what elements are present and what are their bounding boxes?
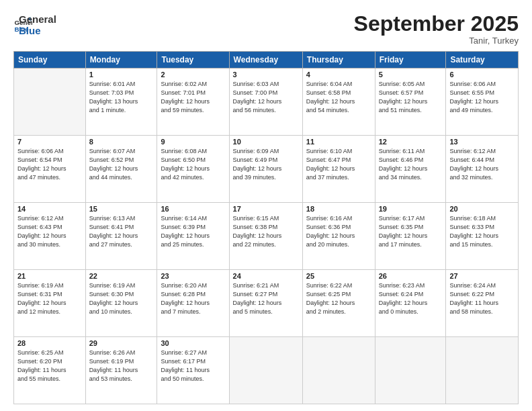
calendar-cell: 23Sunrise: 6:20 AM Sunset: 6:28 PM Dayli…	[157, 270, 229, 337]
day-number: 30	[161, 339, 225, 347]
day-number: 4	[306, 71, 371, 79]
day-number: 2	[161, 71, 225, 79]
day-number: 29	[89, 339, 154, 347]
calendar-cell: 14Sunrise: 6:12 AM Sunset: 6:43 PM Dayli…	[14, 203, 86, 270]
calendar-cell: 6Sunrise: 6:06 AM Sunset: 6:55 PM Daylig…	[446, 68, 519, 136]
day-number: 12	[379, 138, 443, 146]
calendar-cell: 10Sunrise: 6:09 AM Sunset: 6:49 PM Dayli…	[229, 136, 302, 203]
day-number: 17	[233, 205, 299, 213]
page-header: General Blue General Blue September 2025…	[13, 12, 519, 46]
calendar-week-row: 28Sunrise: 6:25 AM Sunset: 6:20 PM Dayli…	[14, 337, 519, 404]
day-detail: Sunrise: 6:19 AM Sunset: 6:30 PM Dayligh…	[89, 281, 154, 316]
day-detail: Sunrise: 6:11 AM Sunset: 6:46 PM Dayligh…	[379, 147, 443, 182]
day-number: 24	[233, 272, 299, 280]
calendar-cell: 5Sunrise: 6:05 AM Sunset: 6:57 PM Daylig…	[375, 68, 446, 136]
day-number: 13	[449, 138, 515, 146]
calendar-cell: 11Sunrise: 6:10 AM Sunset: 6:47 PM Dayli…	[302, 136, 375, 203]
title-block: September 2025 Tanir, Turkey	[354, 12, 519, 46]
calendar-cell: 16Sunrise: 6:14 AM Sunset: 6:39 PM Dayli…	[157, 203, 229, 270]
day-detail: Sunrise: 6:25 AM Sunset: 6:20 PM Dayligh…	[17, 349, 82, 383]
calendar-cell: 1Sunrise: 6:01 AM Sunset: 7:03 PM Daylig…	[85, 68, 157, 136]
day-detail: Sunrise: 6:12 AM Sunset: 6:44 PM Dayligh…	[449, 147, 515, 182]
logo: General Blue General Blue	[13, 12, 56, 37]
day-detail: Sunrise: 6:08 AM Sunset: 6:50 PM Dayligh…	[161, 147, 225, 182]
calendar-col-header: Wednesday	[229, 52, 302, 68]
day-detail: Sunrise: 6:22 AM Sunset: 6:25 PM Dayligh…	[306, 281, 371, 316]
calendar-cell: 22Sunrise: 6:19 AM Sunset: 6:30 PM Dayli…	[85, 270, 157, 337]
day-detail: Sunrise: 6:10 AM Sunset: 6:47 PM Dayligh…	[306, 147, 371, 182]
calendar-cell: 18Sunrise: 6:16 AM Sunset: 6:36 PM Dayli…	[302, 203, 375, 270]
calendar-week-row: 7Sunrise: 6:06 AM Sunset: 6:54 PM Daylig…	[14, 136, 519, 203]
calendar-cell: 24Sunrise: 6:21 AM Sunset: 6:27 PM Dayli…	[229, 270, 302, 337]
day-number: 28	[17, 339, 82, 347]
calendar-cell: 21Sunrise: 6:19 AM Sunset: 6:31 PM Dayli…	[14, 270, 86, 337]
day-detail: Sunrise: 6:16 AM Sunset: 6:36 PM Dayligh…	[306, 214, 371, 249]
day-detail: Sunrise: 6:03 AM Sunset: 7:00 PM Dayligh…	[233, 80, 299, 115]
calendar-header-row: SundayMondayTuesdayWednesdayThursdayFrid…	[14, 52, 519, 68]
calendar-cell	[229, 337, 302, 404]
day-detail: Sunrise: 6:04 AM Sunset: 6:58 PM Dayligh…	[306, 80, 371, 115]
calendar-cell: 9Sunrise: 6:08 AM Sunset: 6:50 PM Daylig…	[157, 136, 229, 203]
calendar-cell: 15Sunrise: 6:13 AM Sunset: 6:41 PM Dayli…	[85, 203, 157, 270]
calendar-cell: 3Sunrise: 6:03 AM Sunset: 7:00 PM Daylig…	[229, 68, 302, 136]
day-detail: Sunrise: 6:15 AM Sunset: 6:38 PM Dayligh…	[233, 214, 299, 249]
calendar-col-header: Monday	[85, 52, 157, 68]
day-detail: Sunrise: 6:26 AM Sunset: 6:19 PM Dayligh…	[89, 349, 154, 383]
day-detail: Sunrise: 6:20 AM Sunset: 6:28 PM Dayligh…	[161, 281, 225, 316]
day-number: 27	[449, 272, 515, 280]
calendar-cell: 28Sunrise: 6:25 AM Sunset: 6:20 PM Dayli…	[14, 337, 86, 404]
day-detail: Sunrise: 6:18 AM Sunset: 6:33 PM Dayligh…	[449, 214, 515, 249]
day-number: 16	[161, 205, 225, 213]
day-number: 3	[233, 71, 299, 79]
day-number: 8	[89, 138, 154, 146]
day-number: 18	[306, 205, 371, 213]
calendar-col-header: Sunday	[14, 52, 86, 68]
calendar-cell: 19Sunrise: 6:17 AM Sunset: 6:35 PM Dayli…	[375, 203, 446, 270]
day-detail: Sunrise: 6:23 AM Sunset: 6:24 PM Dayligh…	[379, 281, 443, 316]
calendar-cell: 4Sunrise: 6:04 AM Sunset: 6:58 PM Daylig…	[302, 68, 375, 136]
calendar-cell: 29Sunrise: 6:26 AM Sunset: 6:19 PM Dayli…	[85, 337, 157, 404]
day-detail: Sunrise: 6:01 AM Sunset: 7:03 PM Dayligh…	[89, 80, 154, 115]
day-number: 23	[161, 272, 225, 280]
day-detail: Sunrise: 6:09 AM Sunset: 6:49 PM Dayligh…	[233, 147, 299, 182]
calendar-cell: 17Sunrise: 6:15 AM Sunset: 6:38 PM Dayli…	[229, 203, 302, 270]
day-detail: Sunrise: 6:06 AM Sunset: 6:54 PM Dayligh…	[17, 147, 82, 182]
calendar-cell: 13Sunrise: 6:12 AM Sunset: 6:44 PM Dayli…	[446, 136, 519, 203]
calendar-cell	[375, 337, 446, 404]
calendar-cell: 20Sunrise: 6:18 AM Sunset: 6:33 PM Dayli…	[446, 203, 519, 270]
calendar-col-header: Thursday	[302, 52, 375, 68]
day-detail: Sunrise: 6:13 AM Sunset: 6:41 PM Dayligh…	[89, 214, 154, 249]
calendar-cell: 2Sunrise: 6:02 AM Sunset: 7:01 PM Daylig…	[157, 68, 229, 136]
logo-line1: General	[19, 13, 56, 25]
calendar-week-row: 21Sunrise: 6:19 AM Sunset: 6:31 PM Dayli…	[14, 270, 519, 337]
day-number: 20	[449, 205, 515, 213]
day-detail: Sunrise: 6:24 AM Sunset: 6:22 PM Dayligh…	[449, 281, 515, 316]
calendar-cell	[302, 337, 375, 404]
day-number: 11	[306, 138, 371, 146]
calendar-cell: 30Sunrise: 6:27 AM Sunset: 6:17 PM Dayli…	[157, 337, 229, 404]
calendar-col-header: Friday	[375, 52, 446, 68]
day-number: 9	[161, 138, 225, 146]
calendar-cell	[14, 68, 86, 136]
month-title: September 2025	[354, 12, 519, 36]
day-detail: Sunrise: 6:02 AM Sunset: 7:01 PM Dayligh…	[161, 80, 225, 115]
calendar-cell	[446, 337, 519, 404]
location: Tanir, Turkey	[354, 36, 519, 46]
day-number: 14	[17, 205, 82, 213]
logo-line2: Blue	[19, 25, 56, 36]
day-detail: Sunrise: 6:05 AM Sunset: 6:57 PM Dayligh…	[379, 80, 443, 115]
day-number: 19	[379, 205, 443, 213]
day-detail: Sunrise: 6:19 AM Sunset: 6:31 PM Dayligh…	[17, 281, 82, 316]
day-number: 6	[449, 71, 515, 79]
calendar-cell: 7Sunrise: 6:06 AM Sunset: 6:54 PM Daylig…	[14, 136, 86, 203]
calendar-cell: 27Sunrise: 6:24 AM Sunset: 6:22 PM Dayli…	[446, 270, 519, 337]
day-number: 7	[17, 138, 82, 146]
calendar-table: SundayMondayTuesdayWednesdayThursdayFrid…	[13, 51, 519, 404]
calendar-col-header: Tuesday	[157, 52, 229, 68]
day-detail: Sunrise: 6:06 AM Sunset: 6:55 PM Dayligh…	[449, 80, 515, 115]
day-detail: Sunrise: 6:07 AM Sunset: 6:52 PM Dayligh…	[89, 147, 154, 182]
day-detail: Sunrise: 6:17 AM Sunset: 6:35 PM Dayligh…	[379, 214, 443, 249]
calendar-cell: 26Sunrise: 6:23 AM Sunset: 6:24 PM Dayli…	[375, 270, 446, 337]
day-number: 10	[233, 138, 299, 146]
day-number: 25	[306, 272, 371, 280]
